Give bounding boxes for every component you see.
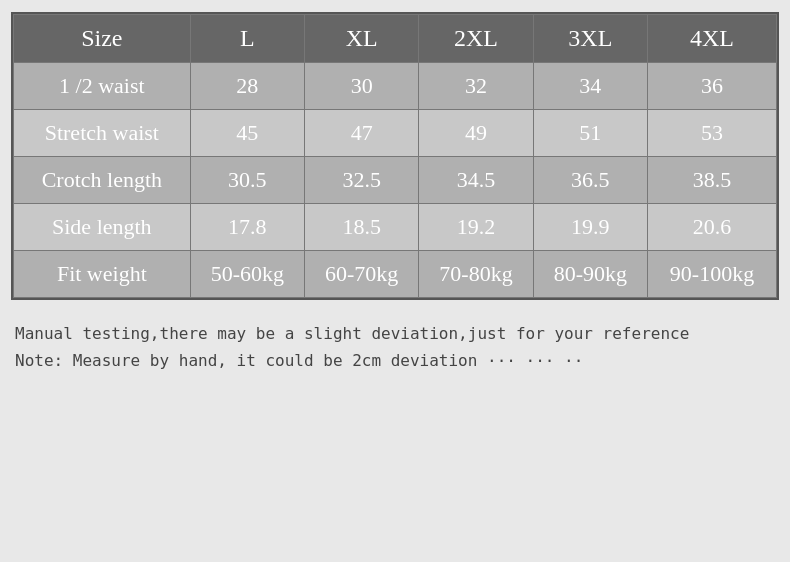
size-chart-table: SizeLXL2XL3XL4XL 1 /2 waist2830323436Str… [11,12,779,300]
table-row: Crotch length30.532.534.536.538.5 [14,157,777,204]
table-row: Stretch waist4547495153 [14,110,777,157]
table-row: 1 /2 waist2830323436 [14,63,777,110]
cell-r0-c2: 32 [419,63,533,110]
cell-r2-c1: 32.5 [305,157,419,204]
row-label-0: 1 /2 waist [14,63,191,110]
header-cell-size: Size [14,15,191,63]
cell-r0-c0: 28 [190,63,304,110]
cell-r1-c4: 53 [648,110,777,157]
table-row: Fit weight50-60kg60-70kg70-80kg80-90kg90… [14,251,777,298]
cell-r0-c3: 34 [533,63,647,110]
header-cell-3xl: 3XL [533,15,647,63]
cell-r0-c4: 36 [648,63,777,110]
cell-r1-c0: 45 [190,110,304,157]
cell-r0-c1: 30 [305,63,419,110]
cell-r3-c1: 18.5 [305,204,419,251]
cell-r1-c1: 47 [305,110,419,157]
cell-r4-c2: 70-80kg [419,251,533,298]
cell-r3-c0: 17.8 [190,204,304,251]
note-line-2: Note: Measure by hand, it could be 2cm d… [15,347,779,374]
cell-r2-c3: 36.5 [533,157,647,204]
table-header-row: SizeLXL2XL3XL4XL [14,15,777,63]
header-cell-xl: XL [305,15,419,63]
cell-r3-c2: 19.2 [419,204,533,251]
cell-r3-c3: 19.9 [533,204,647,251]
table-body: 1 /2 waist2830323436Stretch waist4547495… [14,63,777,298]
cell-r2-c4: 38.5 [648,157,777,204]
cell-r2-c0: 30.5 [190,157,304,204]
cell-r1-c3: 51 [533,110,647,157]
row-label-3: Side length [14,204,191,251]
header-cell-2xl: 2XL [419,15,533,63]
header-cell-l: L [190,15,304,63]
cell-r4-c4: 90-100kg [648,251,777,298]
cell-r4-c0: 50-60kg [190,251,304,298]
cell-r3-c4: 20.6 [648,204,777,251]
cell-r1-c2: 49 [419,110,533,157]
table-row: Side length17.818.519.219.920.6 [14,204,777,251]
row-label-1: Stretch waist [14,110,191,157]
note-line-1: Manual testing,there may be a slight dev… [15,320,779,347]
row-label-2: Crotch length [14,157,191,204]
cell-r2-c2: 34.5 [419,157,533,204]
cell-r4-c1: 60-70kg [305,251,419,298]
row-label-4: Fit weight [14,251,191,298]
header-cell-4xl: 4XL [648,15,777,63]
notes-area: Manual testing,there may be a slight dev… [11,320,779,374]
cell-r4-c3: 80-90kg [533,251,647,298]
